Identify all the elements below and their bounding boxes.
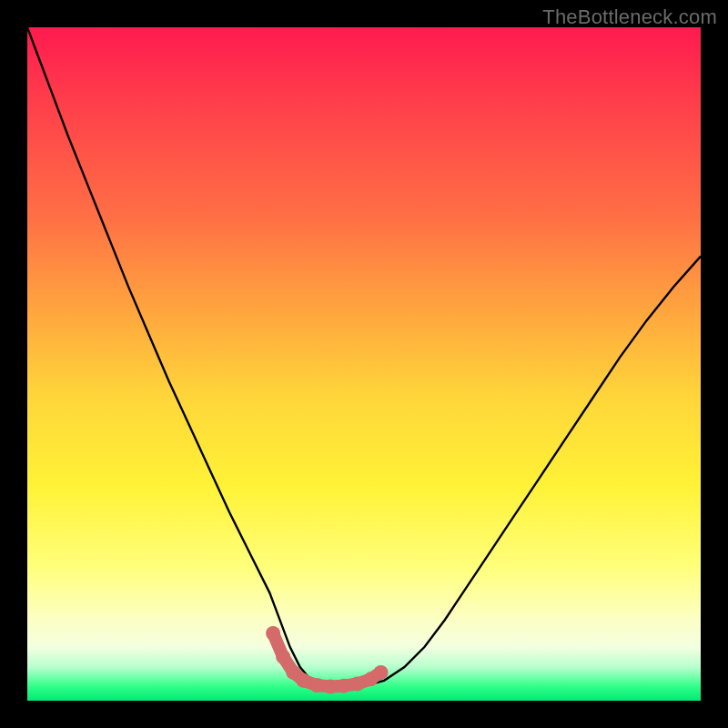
marker-dot <box>276 650 290 664</box>
marker-dot <box>337 679 351 693</box>
bottleneck-curve-path <box>27 27 701 687</box>
marker-dot <box>309 678 324 693</box>
marker-dot <box>374 665 389 680</box>
marker-dot <box>266 626 280 641</box>
marker-dot <box>350 677 365 692</box>
outer-frame: TheBottleneck.com <box>0 0 728 728</box>
watermark-text: TheBottleneck.com <box>542 5 717 29</box>
marker-strip-group <box>266 626 388 694</box>
marker-dot <box>296 673 310 688</box>
curve-svg <box>27 27 701 701</box>
marker-dot <box>323 680 338 694</box>
chart-area <box>27 27 701 701</box>
